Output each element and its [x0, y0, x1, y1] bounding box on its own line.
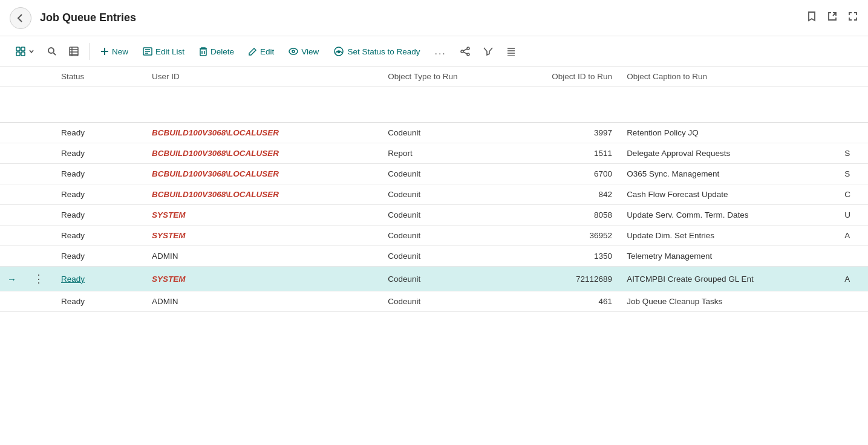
col-objtype-header: Object Type to Run — [380, 67, 507, 86]
row-userid-cell: BCBUILD100V3068\LOCALUSER — [145, 143, 380, 164]
row-context-menu[interactable]: ⋮ — [31, 273, 47, 285]
svg-point-26 — [467, 53, 469, 56]
user-id-value: SYSTEM — [152, 210, 186, 219]
open-external-icon[interactable] — [827, 11, 838, 25]
row-status-cell: Ready — [54, 143, 145, 164]
delete-button[interactable]: Delete — [193, 43, 240, 60]
table-row[interactable]: ReadyBCBUILD100V3068\LOCALUSERCodeunit67… — [0, 164, 868, 184]
table-container: Status User ID Object Type to Run Object… — [0, 67, 868, 312]
row-status-cell: Ready — [54, 123, 145, 143]
back-button[interactable] — [10, 7, 31, 29]
svg-point-20 — [289, 48, 298, 54]
page-title: Job Queue Entries — [40, 11, 806, 24]
table-row[interactable]: ReadyBCBUILD100V3068\LOCALUSERReport1511… — [0, 143, 868, 164]
svg-point-21 — [292, 50, 295, 53]
table-row[interactable]: ReadySYSTEMCodeunit8058Update Serv. Comm… — [0, 205, 868, 226]
row-objid-cell: 842 — [507, 184, 619, 205]
svg-point-24 — [467, 47, 469, 50]
new-button[interactable]: New — [94, 44, 134, 60]
row-status-cell: Ready — [54, 164, 145, 184]
row-status-cell: Ready — [54, 246, 145, 267]
user-id-value: BCBUILD100V3068\LOCALUSER — [152, 190, 279, 199]
user-id-value: ADMIN — [152, 297, 178, 306]
svg-rect-2 — [16, 52, 20, 56]
row-dots-cell[interactable] — [24, 164, 54, 184]
row-dots-cell[interactable] — [24, 184, 54, 205]
user-id-value: BCBUILD100V3068\LOCALUSER — [152, 169, 279, 178]
row-objtype-cell: Report — [380, 143, 507, 164]
user-id-value: SYSTEM — [152, 231, 186, 240]
edit-button[interactable]: Edit — [243, 44, 280, 60]
row-status-cell: Ready — [54, 226, 145, 246]
row-dots-cell[interactable] — [24, 123, 54, 143]
job-queue-table: Status User ID Object Type to Run Object… — [0, 67, 868, 312]
row-objtype-cell: Codeunit — [380, 205, 507, 226]
row-extra-cell — [837, 291, 868, 312]
user-id-value: BCBUILD100V3068\LOCALUSER — [152, 149, 279, 158]
row-objid-cell: 8058 — [507, 205, 619, 226]
grid-view-button[interactable] — [64, 41, 84, 62]
share-button[interactable] — [455, 41, 475, 62]
row-objid-cell: 72112689 — [507, 267, 619, 291]
row-status-cell: Ready — [54, 205, 145, 226]
toolbar-left-group — [10, 41, 84, 62]
row-userid-cell: BCBUILD100V3068\LOCALUSER — [145, 184, 380, 205]
svg-point-25 — [461, 50, 463, 53]
row-extra-cell: A — [837, 267, 868, 291]
table-row[interactable]: →⋮ReadySYSTEMCodeunit72112689AITCMPBI Cr… — [0, 267, 868, 291]
table-row[interactable]: ReadyADMINCodeunit461Job Queue Cleanup T… — [0, 291, 868, 312]
row-dots-cell[interactable] — [24, 226, 54, 246]
view-button[interactable]: View — [282, 44, 325, 60]
user-id-value: SYSTEM — [152, 274, 186, 284]
row-objtype-cell: Codeunit — [380, 164, 507, 184]
row-extra-cell: U — [837, 205, 868, 226]
row-arrow-cell: → — [0, 267, 24, 291]
status-link[interactable]: Ready — [61, 274, 85, 284]
col-status-header: Status — [54, 67, 145, 86]
row-arrow-cell — [0, 143, 24, 164]
more-button[interactable]: ... — [428, 42, 452, 60]
svg-line-5 — [54, 53, 56, 56]
svg-rect-1 — [21, 47, 25, 51]
set-status-button[interactable]: Set Status to Ready — [327, 43, 426, 60]
row-status-cell: Ready — [54, 267, 145, 291]
table-row[interactable]: ReadyADMINCodeunit1350Telemetry Manageme… — [0, 246, 868, 267]
svg-rect-0 — [16, 47, 20, 51]
expand-icon[interactable] — [847, 11, 858, 25]
view-mode-button[interactable] — [10, 43, 41, 60]
table-row[interactable]: ReadySYSTEMCodeunit36952Update Dim. Set … — [0, 226, 868, 246]
row-arrow-cell — [0, 123, 24, 143]
row-caption-cell: Retention Policy JQ — [619, 123, 837, 143]
bookmark-icon[interactable] — [806, 11, 817, 25]
col-objid-header: Object ID to Run — [507, 67, 619, 86]
row-extra-cell: C — [837, 184, 868, 205]
col-dots-header — [24, 67, 54, 86]
row-extra-cell: S — [837, 143, 868, 164]
table-row[interactable]: ReadyBCBUILD100V3068\LOCALUSERCodeunit84… — [0, 184, 868, 205]
edit-list-button[interactable]: Edit List — [137, 44, 191, 60]
row-objid-cell: 461 — [507, 291, 619, 312]
row-objid-cell: 3997 — [507, 123, 619, 143]
svg-rect-3 — [21, 52, 25, 56]
row-dots-cell[interactable] — [24, 246, 54, 267]
content-area: Status User ID Object Type to Run Object… — [0, 67, 868, 369]
search-button[interactable] — [42, 41, 62, 62]
row-extra-cell: S — [837, 164, 868, 184]
toolbar-divider-1 — [89, 43, 90, 60]
row-objtype-cell: Codeunit — [380, 267, 507, 291]
row-dots-cell[interactable] — [24, 205, 54, 226]
table-row[interactable]: ReadyBCBUILD100V3068\LOCALUSERCodeunit39… — [0, 123, 868, 143]
row-caption-cell: Update Serv. Comm. Term. Dates — [619, 205, 837, 226]
row-arrow-cell — [0, 164, 24, 184]
column-menu-button[interactable] — [501, 41, 521, 62]
filter-button[interactable] — [478, 41, 498, 62]
col-caption-header: Object Caption to Run — [619, 67, 837, 86]
row-objtype-cell: Codeunit — [380, 123, 507, 143]
row-objid-cell: 6700 — [507, 164, 619, 184]
row-dots-cell[interactable] — [24, 291, 54, 312]
row-userid-cell: SYSTEM — [145, 226, 380, 246]
row-extra-cell — [837, 246, 868, 267]
row-dots-cell[interactable] — [24, 143, 54, 164]
row-arrow-cell — [0, 184, 24, 205]
row-dots-cell[interactable]: ⋮ — [24, 267, 54, 291]
